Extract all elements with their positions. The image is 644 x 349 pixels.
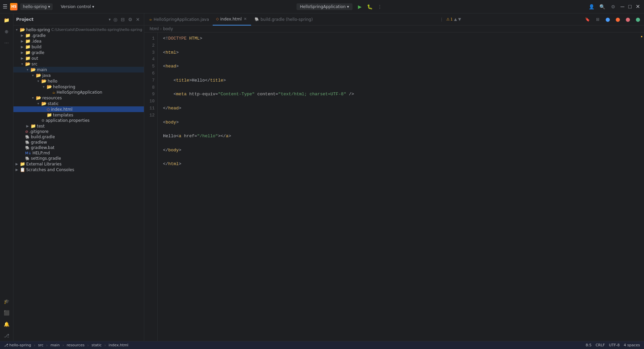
tree-item-idea[interactable]: ▶ 📁 .idea [13, 38, 144, 44]
status-branch[interactable]: ⎇ hello-spring [3, 343, 33, 348]
more-run-button[interactable]: ⋮ [375, 2, 385, 11]
status-indent[interactable]: 4 spaces [623, 343, 642, 347]
status-position[interactable]: 8:5 [584, 343, 593, 347]
status-line-ending[interactable]: CRLF [594, 343, 606, 347]
tree-item-templates[interactable]: 📁 templates [13, 112, 144, 118]
tab-HelloSpringApplication[interactable]: ☕ HelloSpringApplication.java [146, 13, 213, 26]
split-icon[interactable]: ⊞ [593, 15, 602, 24]
status-resources[interactable]: resources [65, 343, 86, 348]
tree-item-hello[interactable]: ▾ 📂 hello [13, 78, 144, 84]
tab-index-html-label: index.html [220, 17, 242, 21]
breadcrumb-body[interactable]: body [163, 27, 173, 31]
tree-item-scratches[interactable]: ▶ 📋 Scratches and Consoles [13, 167, 144, 172]
folder-icon-idea: 📁 [25, 39, 31, 44]
java-class-icon: ☕ [52, 90, 56, 95]
tree-item-application-properties[interactable]: ⚙ application.properties [13, 118, 144, 123]
search-everywhere-icon[interactable]: 🔍 [598, 2, 607, 11]
md-icon: M↓ [25, 151, 32, 155]
label-external-libraries: External Libraries [26, 162, 61, 166]
tab-java-icon: ☕ [149, 17, 152, 21]
locate-file-button[interactable]: ◎ [112, 16, 119, 23]
panel-close-button[interactable]: ✕ [135, 16, 141, 23]
tab-build-gradle-label: build.gradle (hello-spring) [261, 17, 313, 22]
tree-item-settings-gradle[interactable]: 🐘 settings.gradle [13, 156, 144, 161]
arrow-resources: ▾ [31, 96, 35, 100]
tree-item-hello-spring[interactable]: ▾ 📂 hello-spring C:\Users\alst\Downloads… [13, 27, 144, 33]
debug-button[interactable]: 🐛 [365, 2, 375, 11]
status-src[interactable]: src [37, 343, 45, 348]
tree-item-help-md[interactable]: M↓ HELP.md [13, 150, 144, 156]
tree-item-out[interactable]: ▶ 📁 out [13, 55, 144, 61]
project-name-badge[interactable]: hello-spring ▾ [20, 3, 53, 10]
sidebar-icon-more[interactable]: ··· [1, 38, 12, 48]
sidebar-icon-project[interactable]: 📁 [1, 15, 12, 26]
tree-item-test[interactable]: ▶ 📁 test [13, 123, 144, 129]
tree-item-gradlew[interactable]: 🐘 gradlew [13, 140, 144, 145]
tabs-more-button[interactable]: ⋮ [438, 16, 445, 23]
warning-chevron-up[interactable]: ▲ [454, 17, 457, 21]
tree-item-gitignore[interactable]: ⊘ .gitignore [13, 129, 144, 134]
app-logo: HS [10, 3, 17, 10]
warning-chevron-down[interactable]: ▼ [458, 17, 461, 21]
status-encoding[interactable]: UTF-8 [607, 343, 621, 347]
tree-item-resources[interactable]: ▾ 📂 resources [13, 95, 144, 101]
close-button[interactable]: ✕ [634, 2, 641, 11]
sidebar-icon-notifications[interactable]: 🔔 [1, 319, 12, 330]
status-static-label: static [92, 343, 102, 347]
status-file[interactable]: index.html [107, 343, 130, 348]
color-swatch-1: ● [603, 15, 612, 24]
arrow-hellospring: ▾ [42, 85, 46, 89]
tab-build-gradle[interactable]: 🐘 build.gradle (hello-spring) [251, 13, 317, 26]
version-control-badge[interactable]: Version control ▾ [58, 3, 97, 10]
sidebar-icon-terminal-bottom[interactable]: ⬛ [1, 307, 12, 318]
collapse-all-button[interactable]: ⊟ [119, 16, 126, 23]
tree-item-build[interactable]: ▶ 📁 build [13, 44, 144, 50]
tree-item-HelloSpringApplication[interactable]: ☕ HelloSpringApplication [13, 90, 144, 95]
tree-item-external-libraries[interactable]: ▶ 📁 External Libraries [13, 161, 144, 167]
minimize-button[interactable]: ─ [619, 2, 626, 11]
status-static[interactable]: static [90, 343, 103, 348]
tree-item-index-html[interactable]: ◇ index.html [13, 106, 144, 112]
version-control-chevron: ▾ [92, 4, 94, 9]
tree-item-gradle[interactable]: ▶ 📁 gradle [13, 50, 144, 55]
status-main[interactable]: main [49, 343, 61, 348]
editor-toolbar: ▶ 🐛 ⋮ [353, 2, 387, 11]
line-numbers: 12345 678910 1112 [144, 33, 158, 341]
sidebar-icon-git-bottom[interactable]: ⎇ [1, 330, 12, 341]
warning-count: 1 [450, 17, 453, 21]
arrow-gradlew-bat [20, 146, 24, 150]
tree-item-src[interactable]: ▾ 📂 src [13, 61, 144, 67]
sidebar-icon-learn[interactable]: 🎓 [1, 296, 12, 307]
arrow-settings-gradle [20, 156, 24, 160]
tree-item-build-gradle[interactable]: 🐘 build.gradle [13, 134, 144, 140]
editor-right-toolbar: ⚠ 1 ▲ ▼ [446, 17, 461, 21]
maximize-button[interactable]: □ [627, 2, 633, 11]
run-config[interactable]: HelloSpringApplication ▾ [297, 3, 352, 10]
panel-settings-button[interactable]: ⚙ [127, 16, 134, 23]
tab-close-button[interactable]: ✕ [243, 16, 247, 21]
breadcrumb-html[interactable]: html [150, 27, 159, 31]
status-sep3: › [62, 343, 64, 348]
folder-open-icon-resources: 📂 [36, 95, 41, 100]
code-editor[interactable]: <!DOCTYPE HTML> <html> <head> <title>Hel… [158, 33, 639, 341]
profile-icon[interactable]: 👤 [587, 2, 596, 11]
hamburger-menu[interactable]: ☰ [3, 3, 7, 10]
arrow-static: ▾ [36, 102, 40, 106]
panel-header: Project ▾ ◎ ⊟ ⚙ ✕ [13, 13, 144, 26]
gradle-icon: 🐘 [25, 135, 30, 139]
run-button[interactable]: ▶ [355, 2, 365, 11]
tree-item-gradle-hidden[interactable]: ▶ 📁 .gradle [13, 33, 144, 38]
title-bar-left: ☰ HS hello-spring ▾ Version control ▾ [3, 3, 97, 10]
tree-item-static[interactable]: ▾ 📂 static [13, 101, 144, 106]
warning-badge[interactable]: ⚠ 1 [446, 17, 453, 21]
arrow-index-html [42, 107, 46, 111]
tree-item-hellospring[interactable]: ▾ 📂 hellospring [13, 84, 144, 90]
bookmark-icon[interactable]: 🔖 [583, 15, 592, 24]
tree-item-java[interactable]: ▾ 📂 java [13, 72, 144, 78]
tree-item-gradlew-bat[interactable]: 🐘 gradlew.bat [13, 145, 144, 150]
sidebar-icon-find[interactable]: ⊕ [1, 26, 12, 37]
settings-icon[interactable]: ⚙ [608, 2, 618, 11]
tree-item-main[interactable]: ▾ 📂 main [13, 67, 144, 72]
tab-index-html[interactable]: ◇ index.html ✕ [213, 13, 251, 26]
arrow-gradlew [20, 140, 24, 144]
